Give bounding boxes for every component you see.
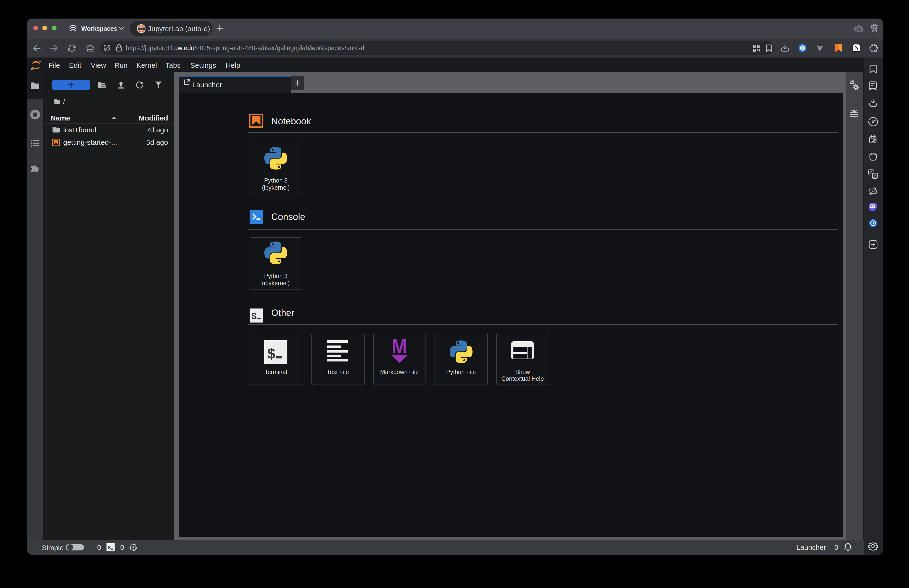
svg-text:$: $ — [251, 311, 256, 321]
svg-text:M: M — [391, 338, 407, 358]
svg-text:$: $ — [108, 544, 111, 551]
svg-text:文: 文 — [873, 174, 877, 178]
svg-text:$: $ — [267, 345, 275, 361]
svg-text:N: N — [854, 45, 858, 51]
